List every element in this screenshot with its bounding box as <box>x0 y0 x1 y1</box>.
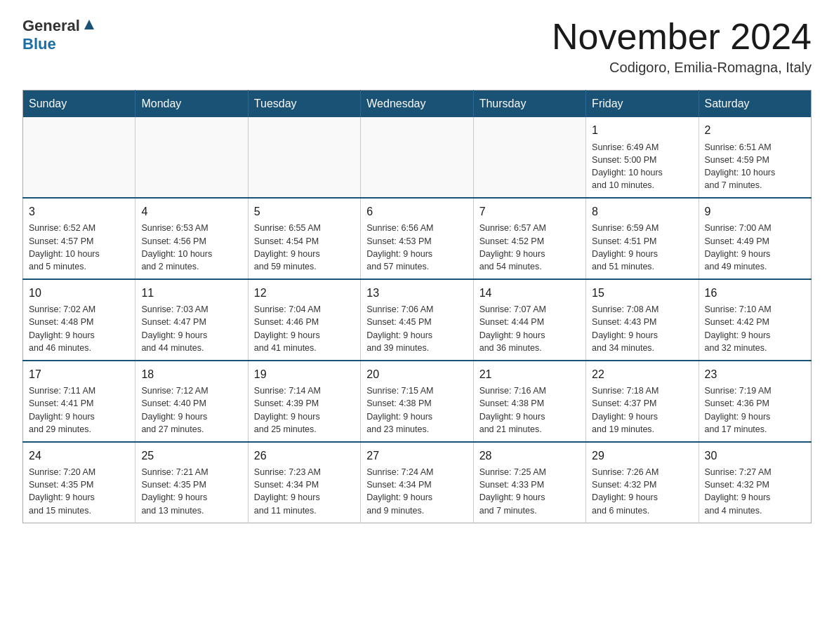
weekday-header-row: SundayMondayTuesdayWednesdayThursdayFrid… <box>23 90 812 118</box>
calendar-cell: 29Sunrise: 7:26 AM Sunset: 4:32 PM Dayli… <box>586 442 699 523</box>
day-number: 26 <box>254 448 355 464</box>
header-monday: Monday <box>135 90 248 118</box>
calendar-cell <box>135 117 248 198</box>
day-info: Sunrise: 7:12 AM Sunset: 4:40 PM Dayligh… <box>141 384 241 436</box>
day-info: Sunrise: 7:21 AM Sunset: 4:35 PM Dayligh… <box>141 466 241 517</box>
day-info: Sunrise: 6:53 AM Sunset: 4:56 PM Dayligh… <box>141 222 241 273</box>
day-info: Sunrise: 7:03 AM Sunset: 4:47 PM Dayligh… <box>141 303 241 354</box>
day-number: 18 <box>141 367 241 382</box>
calendar-cell: 28Sunrise: 7:25 AM Sunset: 4:33 PM Dayli… <box>473 442 585 523</box>
week-row-4: 24Sunrise: 7:20 AM Sunset: 4:35 PM Dayli… <box>23 442 812 523</box>
day-number: 14 <box>479 286 580 301</box>
day-number: 10 <box>29 286 129 301</box>
calendar-cell: 12Sunrise: 7:04 AM Sunset: 4:46 PM Dayli… <box>248 279 360 361</box>
day-number: 23 <box>705 367 805 382</box>
day-number: 8 <box>592 204 692 220</box>
calendar-cell: 10Sunrise: 7:02 AM Sunset: 4:48 PM Dayli… <box>23 279 135 361</box>
day-info: Sunrise: 7:00 AM Sunset: 4:49 PM Dayligh… <box>705 222 805 273</box>
logo-block: General Blue <box>22 17 97 52</box>
calendar-cell: 16Sunrise: 7:10 AM Sunset: 4:42 PM Dayli… <box>699 279 811 361</box>
calendar-cell: 17Sunrise: 7:11 AM Sunset: 4:41 PM Dayli… <box>23 361 135 442</box>
logo-triangle-icon <box>81 17 97 32</box>
day-info: Sunrise: 7:04 AM Sunset: 4:46 PM Dayligh… <box>254 303 355 354</box>
day-info: Sunrise: 7:08 AM Sunset: 4:43 PM Dayligh… <box>592 303 692 354</box>
day-info: Sunrise: 7:24 AM Sunset: 4:34 PM Dayligh… <box>366 466 467 517</box>
day-number: 27 <box>366 448 467 464</box>
day-number: 28 <box>479 448 580 464</box>
header: General Blue November 2024 Codigoro, Emi… <box>22 17 812 76</box>
day-number: 3 <box>29 204 129 220</box>
day-number: 30 <box>705 448 805 464</box>
day-info: Sunrise: 7:14 AM Sunset: 4:39 PM Dayligh… <box>254 384 355 436</box>
day-info: Sunrise: 7:18 AM Sunset: 4:37 PM Dayligh… <box>592 384 692 436</box>
calendar-cell: 11Sunrise: 7:03 AM Sunset: 4:47 PM Dayli… <box>135 279 248 361</box>
calendar-cell: 5Sunrise: 6:55 AM Sunset: 4:54 PM Daylig… <box>248 198 360 279</box>
header-friday: Friday <box>586 90 699 118</box>
day-number: 15 <box>592 286 692 301</box>
calendar-cell: 18Sunrise: 7:12 AM Sunset: 4:40 PM Dayli… <box>135 361 248 442</box>
header-tuesday: Tuesday <box>248 90 360 118</box>
day-number: 22 <box>592 367 692 382</box>
calendar-cell: 21Sunrise: 7:16 AM Sunset: 4:38 PM Dayli… <box>473 361 585 442</box>
day-info: Sunrise: 6:59 AM Sunset: 4:51 PM Dayligh… <box>592 222 692 273</box>
day-number: 20 <box>366 367 467 382</box>
calendar-cell <box>361 117 473 198</box>
day-number: 13 <box>366 286 467 301</box>
logo: General Blue <box>22 17 97 52</box>
calendar-cell: 24Sunrise: 7:20 AM Sunset: 4:35 PM Dayli… <box>23 442 135 523</box>
calendar-cell: 8Sunrise: 6:59 AM Sunset: 4:51 PM Daylig… <box>586 198 699 279</box>
calendar-cell: 7Sunrise: 6:57 AM Sunset: 4:52 PM Daylig… <box>473 198 585 279</box>
calendar-cell: 27Sunrise: 7:24 AM Sunset: 4:34 PM Dayli… <box>361 442 473 523</box>
calendar-cell: 9Sunrise: 7:00 AM Sunset: 4:49 PM Daylig… <box>699 198 811 279</box>
day-number: 6 <box>366 204 467 220</box>
day-info: Sunrise: 7:10 AM Sunset: 4:42 PM Dayligh… <box>705 303 805 354</box>
day-info: Sunrise: 6:49 AM Sunset: 5:00 PM Dayligh… <box>592 141 692 192</box>
calendar-cell: 15Sunrise: 7:08 AM Sunset: 4:43 PM Dayli… <box>586 279 699 361</box>
header-wednesday: Wednesday <box>361 90 473 118</box>
day-info: Sunrise: 7:06 AM Sunset: 4:45 PM Dayligh… <box>366 303 467 354</box>
header-saturday: Saturday <box>699 90 811 118</box>
day-info: Sunrise: 6:52 AM Sunset: 4:57 PM Dayligh… <box>29 222 129 273</box>
week-row-2: 10Sunrise: 7:02 AM Sunset: 4:48 PM Dayli… <box>23 279 812 361</box>
calendar-cell <box>23 117 135 198</box>
day-number: 1 <box>592 123 692 138</box>
calendar-cell: 26Sunrise: 7:23 AM Sunset: 4:34 PM Dayli… <box>248 442 360 523</box>
day-info: Sunrise: 7:20 AM Sunset: 4:35 PM Dayligh… <box>29 466 129 517</box>
calendar-cell: 23Sunrise: 7:19 AM Sunset: 4:36 PM Dayli… <box>699 361 811 442</box>
day-number: 9 <box>705 204 805 220</box>
day-info: Sunrise: 7:15 AM Sunset: 4:38 PM Dayligh… <box>366 384 467 436</box>
day-info: Sunrise: 7:27 AM Sunset: 4:32 PM Dayligh… <box>705 466 805 517</box>
day-info: Sunrise: 7:19 AM Sunset: 4:36 PM Dayligh… <box>705 384 805 436</box>
calendar-cell: 6Sunrise: 6:56 AM Sunset: 4:53 PM Daylig… <box>361 198 473 279</box>
day-number: 4 <box>141 204 241 220</box>
calendar-cell: 4Sunrise: 6:53 AM Sunset: 4:56 PM Daylig… <box>135 198 248 279</box>
day-info: Sunrise: 6:57 AM Sunset: 4:52 PM Dayligh… <box>479 222 580 273</box>
day-number: 24 <box>29 448 129 464</box>
week-row-3: 17Sunrise: 7:11 AM Sunset: 4:41 PM Dayli… <box>23 361 812 442</box>
header-thursday: Thursday <box>473 90 585 118</box>
calendar-cell: 25Sunrise: 7:21 AM Sunset: 4:35 PM Dayli… <box>135 442 248 523</box>
calendar-cell: 14Sunrise: 7:07 AM Sunset: 4:44 PM Dayli… <box>473 279 585 361</box>
week-row-1: 3Sunrise: 6:52 AM Sunset: 4:57 PM Daylig… <box>23 198 812 279</box>
calendar-cell <box>473 117 585 198</box>
day-info: Sunrise: 7:07 AM Sunset: 4:44 PM Dayligh… <box>479 303 580 354</box>
day-number: 7 <box>479 204 580 220</box>
day-number: 17 <box>29 367 129 382</box>
day-info: Sunrise: 7:25 AM Sunset: 4:33 PM Dayligh… <box>479 466 580 517</box>
day-number: 19 <box>254 367 355 382</box>
calendar-cell: 22Sunrise: 7:18 AM Sunset: 4:37 PM Dayli… <box>586 361 699 442</box>
day-number: 25 <box>141 448 241 464</box>
day-number: 2 <box>705 123 805 138</box>
day-info: Sunrise: 6:56 AM Sunset: 4:53 PM Dayligh… <box>366 222 467 273</box>
calendar-cell: 1Sunrise: 6:49 AM Sunset: 5:00 PM Daylig… <box>586 117 699 198</box>
title-area: November 2024 Codigoro, Emilia-Romagna, … <box>552 17 812 76</box>
day-info: Sunrise: 7:16 AM Sunset: 4:38 PM Dayligh… <box>479 384 580 436</box>
day-info: Sunrise: 6:55 AM Sunset: 4:54 PM Dayligh… <box>254 222 355 273</box>
calendar-cell: 30Sunrise: 7:27 AM Sunset: 4:32 PM Dayli… <box>699 442 811 523</box>
calendar-cell: 13Sunrise: 7:06 AM Sunset: 4:45 PM Dayli… <box>361 279 473 361</box>
calendar-table: SundayMondayTuesdayWednesdayThursdayFrid… <box>22 90 812 523</box>
day-number: 21 <box>479 367 580 382</box>
day-info: Sunrise: 6:51 AM Sunset: 4:59 PM Dayligh… <box>705 141 805 192</box>
subtitle: Codigoro, Emilia-Romagna, Italy <box>552 60 812 76</box>
calendar-cell: 2Sunrise: 6:51 AM Sunset: 4:59 PM Daylig… <box>699 117 811 198</box>
